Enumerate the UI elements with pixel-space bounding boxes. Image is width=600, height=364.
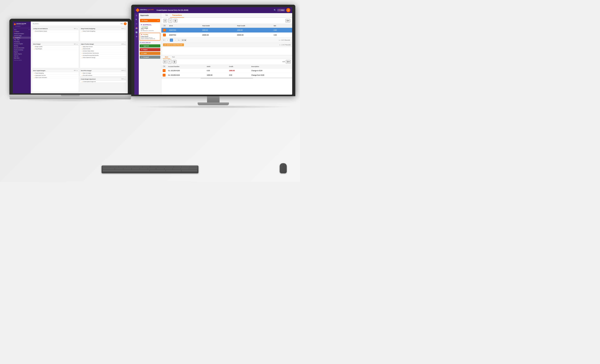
laptop-nav-sysreports[interactable]: System Reports <box>13 53 31 55</box>
panel-lookup-settings-icon[interactable]: ⚙ <box>74 28 75 29</box>
sidebar-search-icon[interactable]: 🔍 <box>135 18 138 21</box>
approve-button[interactable]: ✓ Approve <box>140 44 160 47</box>
laptop-nav-tasklist[interactable]: Task List <box>13 55 31 57</box>
laptop-user-avatar[interactable]: JL <box>124 22 127 25</box>
page-size-select[interactable]: 10 25 50 <box>181 39 187 41</box>
toolbar-list-icon[interactable]: ☰ <box>163 19 167 22</box>
laptop-panel-capital-item-3[interactable]: Object Code Information <box>32 76 79 79</box>
sidebar-edit-icon[interactable]: ✏ <box>135 22 138 26</box>
panel-sendpb-expand-icon[interactable]: ▲ <box>124 70 125 71</box>
laptop-panel-capital-item-1[interactable]: Project Budgeting <box>32 72 79 74</box>
page-prev-button[interactable]: ⟨ <box>166 39 169 42</box>
laptop-nav-assets[interactable]: Assets & Inventory <box>13 49 31 51</box>
panel-enter-budget-expand-icon[interactable]: ▲ <box>77 44 78 45</box>
panel-createadj-refresh-icon[interactable]: ↻ <box>123 78 124 80</box>
page-1-button[interactable]: 1 <box>170 39 173 42</box>
detail-row2-edit[interactable]: ✏ <box>161 73 167 77</box>
laptop-panel-send-pb-item-2[interactable]: PB to BID Interface <box>80 74 127 76</box>
detail-row1-edit-button[interactable]: ✏ <box>163 69 166 72</box>
panel-lookup-refresh-icon[interactable]: ↻ <box>75 28 76 29</box>
laptop-panel-adjust-item-5[interactable]: Increase/Decrease/Add Benefits <box>80 54 127 56</box>
all-tasks-button[interactable]: All Tasks ▾ <box>140 19 160 22</box>
laptop-advanced-options[interactable]: Advanced Options <box>13 59 31 61</box>
laptop-nav-ap[interactable]: Accounts Payable <box>13 43 31 45</box>
panel-capital-expand-icon[interactable]: ▲ <box>77 70 78 71</box>
detail-checkbox-dropdown[interactable]: ☐▾ <box>163 65 166 67</box>
page-last-button[interactable]: ⟩⟩ <box>177 39 180 42</box>
row1-edit[interactable]: ✏ <box>161 28 168 33</box>
laptop-panel-enter-budget-item-2[interactable]: Copy Budgets <box>32 48 79 50</box>
bottom-toolbar-add-icon[interactable]: ＋ <box>168 60 172 64</box>
row1-edit-button[interactable]: ✏ <box>163 29 166 32</box>
detail-row-1[interactable]: ✏ GL 101200-6100 0.00 1000.00 Change to … <box>161 68 292 73</box>
panel-capital-refresh-icon[interactable]: ↻ <box>75 70 76 71</box>
switch-records-button[interactable]: ⇄ Switch to Added Records <box>163 43 184 46</box>
panel-sendpb-settings-icon[interactable]: ⚙ <box>122 70 122 71</box>
laptop-nav-budgeting[interactable]: Budgeting <box>13 37 31 39</box>
panel-adjust-expand-icon[interactable]: ▲ <box>124 44 125 45</box>
bottom-toolbar-delete-icon[interactable]: 🗑 <box>172 60 176 64</box>
bottom-toolbar-list-icon[interactable]: ☰ <box>163 60 167 64</box>
je-table-row-1[interactable]: ✏ JE687053 1000.00 1000.00 0.00 <box>161 28 292 33</box>
sidebar-settings-icon[interactable]: ⚙ <box>135 35 138 38</box>
laptop-nav-reports[interactable]: Reports <box>13 51 31 53</box>
page-next-button[interactable]: ⟩ <box>174 39 177 42</box>
panel-setup-expand-icon[interactable]: ▲ <box>124 28 125 29</box>
panel-sendpb-refresh-icon[interactable]: ↻ <box>123 70 124 71</box>
panel-setup-refresh-icon[interactable]: ↻ <box>123 28 124 29</box>
panel-adjust-settings-icon[interactable]: ⚙ <box>122 44 122 45</box>
sidebar-menu-icon[interactable]: ☰ <box>135 14 138 17</box>
detail-row-2[interactable]: ✏ GL 101200-6104 1000.00 0.00 Change fro… <box>161 73 292 77</box>
detail-row2-edit-button[interactable]: ✏ <box>163 74 166 76</box>
laptop-nav-finance[interactable]: Finance <box>13 31 31 33</box>
horizontal-scrollbar[interactable] <box>161 77 292 79</box>
bottom-toolbar-settings-icon[interactable]: ⚙▾ <box>286 60 291 64</box>
toolbar-settings-icon[interactable]: ⚙▾ <box>285 19 290 22</box>
monitor-search-icon[interactable]: 🔍 <box>274 9 276 11</box>
reject-button[interactable]: ✕ Reject <box>140 48 160 51</box>
je-table-row-2[interactable]: ✏ JE687054 20000.00 20000.00 0.00 <box>161 33 292 37</box>
panel-createadj-settings-icon[interactable]: ⚙ <box>122 78 122 80</box>
row2-edit[interactable]: ✏ <box>161 33 168 37</box>
panel-capital-settings-icon[interactable]: ⚙ <box>74 70 75 71</box>
monitor-help-button[interactable]: ❓ Help <box>277 9 285 11</box>
laptop-panel-adjust-item-3[interactable]: Increase Salary Tables <box>80 50 127 52</box>
laptop-nav-purchasing[interactable]: Purchasing <box>13 41 31 43</box>
laptop-panel-adjust-item-6[interactable]: Select Statement Storage <box>80 56 127 59</box>
laptop-panel-create-adj-item-1[interactable]: Create/Update Budget Set <box>80 81 127 83</box>
laptop-nav-banking[interactable]: Banking <box>13 45 31 47</box>
panel-enter-budget-settings-icon[interactable]: ⚙ <box>74 44 75 45</box>
sidebar-calendar-icon[interactable]: 📅 <box>135 27 138 30</box>
laptop-nav-ar[interactable]: Accounts Receivable <box>13 47 31 49</box>
link-to-task[interactable]: 🔗 Link to Task List <box>140 42 160 43</box>
sidebar-refresh-icon[interactable]: 🔄 <box>135 31 138 34</box>
panel-createadj-expand-icon[interactable]: ▲ <box>124 78 125 80</box>
laptop-panel-lookup-item-1[interactable]: Account Balance Inquiry <box>32 30 79 32</box>
laptop-panel-send-pb-item-1[interactable]: Make GL Budget <box>80 72 127 74</box>
laptop-panel-adjust-item-1[interactable]: Apply Step Increase <box>80 46 127 48</box>
laptop-panel-adjust-item-2[interactable]: Delete Benefits <box>80 48 127 50</box>
laptop-nav-proj[interactable]: Proj... ants <box>13 39 31 41</box>
forward-button[interactable]: ↩ Forward <box>140 55 160 59</box>
bottom-tab-main[interactable]: Main <box>163 55 170 59</box>
panel-setup-settings-icon[interactable]: ⚙ <box>122 28 122 29</box>
row2-edit-button[interactable]: ✏ <box>163 34 166 36</box>
page-first-button[interactable]: ⟨⟨ <box>162 39 166 42</box>
panel-lookup-expand-icon[interactable]: ▲ <box>77 28 78 29</box>
panel-enter-budget-refresh-icon[interactable]: ↻ <box>75 44 76 45</box>
laptop-nav-gl[interactable]: General Ledger <box>13 35 31 37</box>
laptop-panel-enter-budget-item-1[interactable]: Budget Update <box>32 46 79 48</box>
laptop-search[interactable]: 🔍 Search <box>32 23 39 25</box>
laptop-panel-capital-item-2[interactable]: Organization Key Info <box>32 74 79 76</box>
bottom-tab-text[interactable]: Text <box>170 55 177 59</box>
panel-adjust-refresh-icon[interactable]: ↻ <box>123 44 124 45</box>
monitor-user-avatar[interactable]: JL <box>286 8 290 12</box>
checkbox-dropdown[interactable]: ☐▾ <box>163 25 166 27</box>
hold-button[interactable]: ⏸ Hold <box>140 52 160 55</box>
laptop-panel-setup-item-1[interactable]: Setup Position Budgeting <box>80 30 127 32</box>
laptop-help-label[interactable]: Help <box>121 23 123 24</box>
tab-set[interactable]: Set <box>163 13 170 18</box>
toolbar-add-icon[interactable]: ＋ <box>168 18 172 23</box>
toolbar-delete-icon[interactable]: 🗑 <box>173 19 177 22</box>
detail-row1-edit[interactable]: ✏ <box>161 68 167 73</box>
